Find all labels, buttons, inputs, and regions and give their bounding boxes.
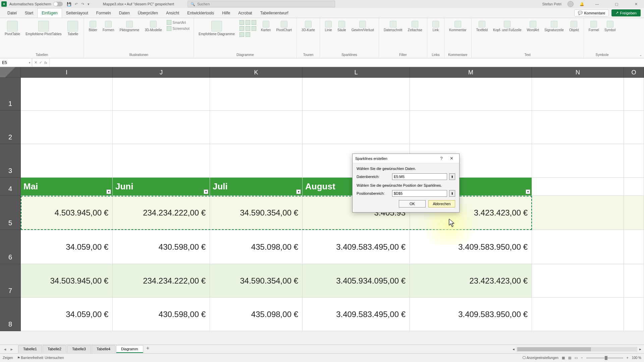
dialog-titlebar[interactable]: Sparklines erstellen ? ✕ xyxy=(353,154,459,163)
cell-J5[interactable]: 234.234.222,00 € xyxy=(113,196,210,230)
sheet-tab-1[interactable]: Tabelle1 xyxy=(18,345,42,353)
tab-nav-prev-icon[interactable]: ◄ xyxy=(2,347,8,351)
signature-button[interactable]: Signaturzeile xyxy=(542,19,566,33)
col-header-L[interactable]: L xyxy=(303,67,410,78)
search-box[interactable]: 🔍 Suchen xyxy=(187,1,335,7)
row-header-2[interactable]: 2 xyxy=(0,111,21,144)
ok-button[interactable]: OK xyxy=(399,200,426,207)
cell-K8[interactable]: 435.098,00 € xyxy=(210,298,303,331)
share-button[interactable]: ↗ Freigeben xyxy=(611,9,641,16)
close-icon[interactable]: ✕ xyxy=(629,2,643,6)
tab-seitenlayout[interactable]: Seitenlayout xyxy=(62,8,92,18)
tab-entwicklertools[interactable]: Entwicklertools xyxy=(183,8,218,18)
view-pagebreak-icon[interactable]: ▭ xyxy=(575,356,578,360)
position-range-picker-icon[interactable]: ⬆ xyxy=(449,190,455,197)
redo-icon[interactable]: ↷ xyxy=(81,2,84,6)
username-label[interactable]: Stefan Petri xyxy=(542,2,561,6)
maximize-icon[interactable]: ▢ xyxy=(610,2,623,6)
cell-I5[interactable]: 4.503.945,00 € xyxy=(21,196,113,230)
collapse-ribbon-icon[interactable]: ⌄ xyxy=(639,53,642,57)
sheet-tab-2[interactable]: Tabelle2 xyxy=(43,345,66,353)
zoom-out-icon[interactable]: − xyxy=(581,356,583,360)
data-range-input[interactable] xyxy=(392,173,447,180)
scroll-left-icon[interactable]: ◄ xyxy=(511,347,516,352)
tab-acrobat[interactable]: Acrobat xyxy=(234,8,256,18)
sheet-tab-4[interactable]: Tabelle4 xyxy=(92,345,115,353)
row-header-4[interactable]: 4 xyxy=(0,178,21,196)
dialog-help-icon[interactable]: ? xyxy=(436,156,446,161)
undo-icon[interactable]: ↶ xyxy=(75,2,78,6)
tab-hilfe[interactable]: Hilfe xyxy=(218,8,234,18)
textbox-button[interactable]: Textfeld xyxy=(474,19,490,33)
col-header-M[interactable]: M xyxy=(410,67,532,78)
autosave-toggle[interactable]: Automatisches Speichern xyxy=(9,2,63,6)
sparkline-column-button[interactable]: Säule xyxy=(335,19,348,33)
tab-nav-next-icon[interactable]: ► xyxy=(9,347,15,351)
tab-daten[interactable]: Daten xyxy=(115,8,134,18)
header-mai[interactable]: Mai▾ xyxy=(21,178,113,196)
enter-formula-icon[interactable]: ✓ xyxy=(39,60,42,65)
sheet-tab-diagramm[interactable]: Diagramm xyxy=(116,345,143,353)
position-range-input[interactable] xyxy=(392,190,447,197)
filter-icon[interactable]: ▾ xyxy=(526,189,530,194)
chart-gallery-2[interactable] xyxy=(238,25,258,32)
headerfooter-button[interactable]: Kopf- und Fußzeile xyxy=(491,19,524,33)
cell-I6[interactable]: 34.059,00 € xyxy=(21,230,113,264)
formula-input[interactable] xyxy=(50,58,644,67)
recommended-charts-button[interactable]: Empfohlene Diagramme xyxy=(197,19,237,37)
shapes-button[interactable]: Formen xyxy=(101,19,116,33)
header-juni[interactable]: Juni▾ xyxy=(113,178,210,196)
cell-L8[interactable]: 3.409.583.495,00 € xyxy=(303,298,410,331)
3dmodels-button[interactable]: 3D-Modelle xyxy=(143,19,164,33)
zoom-slider[interactable] xyxy=(586,357,623,359)
tab-ansicht[interactable]: Ansicht xyxy=(162,8,183,18)
row-header-1[interactable]: 1 xyxy=(0,78,21,111)
zoom-level[interactable]: 100 % xyxy=(632,356,641,360)
view-pagelayout-icon[interactable]: ▤ xyxy=(568,356,571,360)
cell-L6[interactable]: 3.409.583.495,00 € xyxy=(303,230,410,264)
scroll-thumb[interactable] xyxy=(517,347,591,351)
cancel-formula-icon[interactable]: ✕ xyxy=(34,60,37,65)
cell-M8[interactable]: 3.409.583.950,00 € xyxy=(410,298,532,331)
col-header-O[interactable]: O xyxy=(624,67,644,78)
notification-icon[interactable]: 🔔 xyxy=(580,2,584,6)
col-header-I[interactable]: I xyxy=(21,67,113,78)
symbol-button[interactable]: Symbol xyxy=(602,19,618,33)
row-header-7[interactable]: 7 xyxy=(0,264,21,298)
cancel-button[interactable]: Abbrechen xyxy=(428,200,455,207)
cell-I7[interactable]: 34.503.945,00 € xyxy=(21,264,113,298)
equation-button[interactable]: Formel xyxy=(587,19,601,33)
cell-L7[interactable]: 3.405.934.095,00 € xyxy=(303,264,410,298)
cell-J7[interactable]: 234.234.222,00 € xyxy=(113,264,210,298)
col-header-N[interactable]: N xyxy=(532,67,624,78)
display-settings[interactable]: 🖵 Anzeigeeinstellungen xyxy=(523,356,558,360)
tab-einfugen[interactable]: Einfügen xyxy=(37,8,62,18)
link-button[interactable]: Link xyxy=(430,19,441,33)
maps-button[interactable]: Karten xyxy=(259,19,273,33)
cell-M7[interactable]: 23.423.423,00 € xyxy=(410,264,532,298)
icons-button[interactable]: Piktogramme xyxy=(117,19,141,33)
horizontal-scrollbar[interactable]: ◄ ► xyxy=(517,347,637,352)
tab-start[interactable]: Start xyxy=(21,8,37,18)
data-range-picker-icon[interactable]: ⬆ xyxy=(449,173,455,180)
qat-dropdown-icon[interactable]: ▾ xyxy=(88,2,90,6)
comments-button[interactable]: 💬 Kommentare xyxy=(574,9,609,16)
dialog-close-icon[interactable]: ✕ xyxy=(446,156,457,161)
avatar[interactable] xyxy=(568,1,574,7)
sparkline-winloss-button[interactable]: Gewinn/Verlust xyxy=(350,19,376,33)
sparkline-line-button[interactable]: Linie xyxy=(323,19,334,33)
accessibility-status[interactable]: ⚑ Barrierefreiheit: Untersuchen xyxy=(17,356,64,360)
cell-K6[interactable]: 435.098,00 € xyxy=(210,230,303,264)
zoom-in-icon[interactable]: + xyxy=(627,356,629,360)
cell-K7[interactable]: 34.590.354,00 € xyxy=(210,264,303,298)
recommended-pivot-button[interactable]: Empfohlene PivotTables xyxy=(23,19,63,37)
row-header-8[interactable]: 8 xyxy=(0,298,21,331)
filter-icon[interactable]: ▾ xyxy=(204,189,208,194)
pivotchart-button[interactable]: PivotChart xyxy=(274,19,294,33)
add-sheet-icon[interactable]: + xyxy=(144,345,152,353)
fx-icon[interactable]: fx xyxy=(44,61,47,65)
tab-formeln[interactable]: Formeln xyxy=(92,8,115,18)
cell-I8[interactable]: 34.059,00 € xyxy=(21,298,113,331)
cell-J8[interactable]: 430.598,00 € xyxy=(113,298,210,331)
wordart-button[interactable]: WordArt xyxy=(525,19,541,33)
